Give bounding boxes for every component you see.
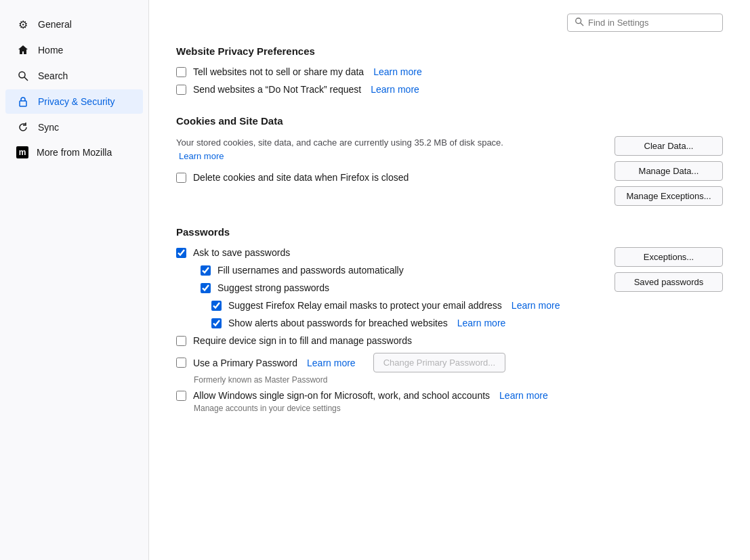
cookies-title: Cookies and Site Data [176,115,723,127]
primary-password-note: Formerly known as Master Password [194,375,601,385]
website-privacy-title: Website Privacy Preferences [176,45,723,57]
delete-cookies-label[interactable]: Delete cookies and site data when Firefo… [193,172,409,183]
no-sell-label[interactable]: Tell websites not to sell or share my da… [193,66,364,77]
no-sell-learn-more[interactable]: Learn more [373,66,422,77]
cookies-buttons: Clear Data... Manage Data... Manage Exce… [614,136,723,206]
dnt-row: Send websites a “Do Not Track” request L… [176,84,723,95]
find-search-icon [575,17,584,28]
manage-exceptions-button[interactable]: Manage Exceptions... [614,186,723,206]
suggest-relay-label[interactable]: Suggest Firefox Relay email masks to pro… [228,300,502,311]
saved-passwords-button[interactable]: Saved passwords [614,272,723,292]
find-in-settings-container [176,14,723,32]
sidebar-label-general: General [38,19,72,30]
change-primary-password-button: Change Primary Password... [373,353,505,372]
suggest-strong-row: Suggest strong passwords [201,282,601,293]
primary-password-section: Use a Primary Password Learn more Change… [176,353,601,385]
delete-cookies-row: Delete cookies and site data when Firefo… [176,172,601,183]
cookies-row: Your stored cookies, site data, and cach… [176,136,723,206]
svg-point-3 [576,18,581,24]
exceptions-button[interactable]: Exceptions... [614,247,723,267]
windows-sso-learn-more[interactable]: Learn more [499,390,548,401]
find-in-settings-input[interactable] [588,18,715,28]
home-icon [16,43,30,57]
sidebar-label-privacy-security: Privacy & Security [38,96,115,107]
delete-cookies-checkbox[interactable] [176,173,186,183]
show-alerts-checkbox[interactable] [211,318,222,328]
sidebar-label-search: Search [38,70,68,81]
passwords-left: Ask to save passwords Fill usernames and… [176,247,601,418]
gear-icon: ⚙ [16,18,30,31]
suggest-relay-checkbox[interactable] [211,301,222,311]
require-device-label[interactable]: Require device sign in to fill and manag… [193,335,412,346]
windows-sso-checkbox[interactable] [176,391,186,401]
sidebar-label-more-mozilla: More from Mozilla [37,147,112,158]
fill-auto-checkbox[interactable] [201,265,211,276]
ask-to-save-checkbox[interactable] [176,248,186,258]
sidebar-item-sync[interactable]: Sync [5,115,143,139]
suggest-relay-row: Suggest Firefox Relay email masks to pro… [211,300,601,311]
require-device-row: Require device sign in to fill and manag… [176,335,601,346]
cookies-section: Cookies and Site Data Your stored cookie… [176,115,723,206]
cookies-left: Your stored cookies, site data, and cach… [176,136,601,190]
passwords-header: Ask to save passwords Fill usernames and… [176,247,723,418]
mozilla-icon: m [16,146,28,158]
dnt-checkbox[interactable] [176,85,186,95]
fill-auto-label[interactable]: Fill usernames and passwords automatical… [217,265,404,276]
dnt-learn-more[interactable]: Learn more [371,84,419,95]
windows-sso-label[interactable]: Allow Windows single sign-on for Microso… [193,390,490,401]
fill-auto-row: Fill usernames and passwords automatical… [201,265,601,276]
dnt-label[interactable]: Send websites a “Do Not Track” request [193,84,361,95]
sidebar-item-privacy-security[interactable]: Privacy & Security [5,89,143,114]
primary-password-row: Use a Primary Password Learn more Change… [176,353,601,372]
passwords-section: Passwords Ask to save passwords Fill use… [176,226,723,418]
no-sell-row: Tell websites not to sell or share my da… [176,66,723,77]
require-device-checkbox[interactable] [176,336,186,346]
windows-sso-row: Allow Windows single sign-on for Microso… [176,390,601,401]
ask-to-save-row: Ask to save passwords [176,247,601,258]
suggest-strong-label[interactable]: Suggest strong passwords [217,282,329,293]
show-alerts-label[interactable]: Show alerts about passwords for breached… [228,318,448,328]
find-input-wrapper [567,14,723,32]
sync-icon [16,121,30,134]
search-icon [16,69,30,83]
suggest-strong-checkbox[interactable] [201,283,211,293]
sidebar-item-search[interactable]: Search [5,64,143,88]
svg-line-1 [24,77,28,81]
main-content: Website Privacy Preferences Tell website… [149,0,750,560]
cookies-description: Your stored cookies, site data, and cach… [176,136,515,163]
sidebar-item-home[interactable]: Home [5,38,143,62]
sidebar-label-sync: Sync [38,122,59,133]
passwords-title: Passwords [176,226,723,238]
windows-sso-note: Manage accounts in your device settings [194,404,601,413]
clear-data-button[interactable]: Clear Data... [614,136,723,156]
manage-data-button[interactable]: Manage Data... [614,161,723,181]
no-sell-checkbox[interactable] [176,67,186,77]
show-alerts-row: Show alerts about passwords for breached… [211,318,601,328]
ask-to-save-label[interactable]: Ask to save passwords [193,247,290,258]
sidebar-item-more-mozilla[interactable]: m More from Mozilla [5,141,143,164]
suggest-relay-learn-more[interactable]: Learn more [512,300,560,311]
windows-sso-section: Allow Windows single sign-on for Microso… [176,390,601,413]
svg-rect-2 [20,101,26,106]
cookies-learn-more[interactable]: Learn more [179,151,224,161]
lock-icon [16,95,30,108]
show-alerts-learn-more[interactable]: Learn more [457,318,506,328]
svg-line-4 [581,23,583,26]
sidebar-item-general[interactable]: ⚙ General [5,12,143,37]
primary-password-label[interactable]: Use a Primary Password [193,358,297,368]
passwords-buttons: Exceptions... Saved passwords [614,247,723,292]
sidebar-label-home: Home [38,45,63,56]
svg-point-0 [19,72,25,78]
primary-password-checkbox[interactable] [176,358,186,368]
sidebar: ⚙ General Home Search Privacy & Security… [0,0,149,560]
primary-password-learn-more[interactable]: Learn more [307,358,356,368]
website-privacy-section: Website Privacy Preferences Tell website… [176,45,723,95]
